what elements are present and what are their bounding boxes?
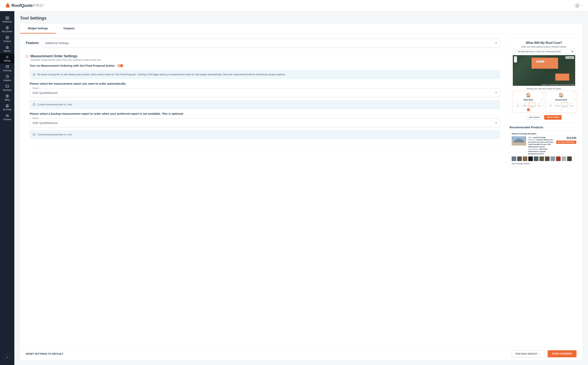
tabs: Widget Settings Snippets [20, 24, 582, 34]
product-meta: Type: Asphalt Shingle Warranty: Limited … [528, 136, 554, 155]
slope-flat[interactable]: Flat [514, 102, 521, 107]
widget-subtitle: Enter your street address to get an esti… [522, 46, 566, 48]
sidebar: Dashboard Rep Quotes Products Markets Se… [0, 11, 14, 365]
slope-steep[interactable]: Steep [536, 102, 542, 107]
user-menu[interactable] [574, 3, 583, 8]
sidebar-item-settings[interactable]: Settings [0, 54, 14, 63]
color-swatch[interactable] [540, 156, 544, 161]
sidebar-item-dashboard[interactable]: Dashboard [0, 14, 14, 24]
section-subtitle: Automate measurement orders from your we… [30, 59, 500, 61]
sidebar-item-financing[interactable]: Financing [0, 63, 14, 73]
section-collapse-toggle[interactable]: − [26, 55, 28, 58]
svg-point-20 [6, 114, 7, 115]
svg-rect-4 [7, 18, 9, 20]
sidebar-item-markets[interactable]: Markets [0, 44, 14, 54]
color-swatch[interactable] [545, 156, 550, 161]
sidebar-item-billing[interactable]: Billing [0, 93, 14, 102]
color-swatch[interactable] [567, 156, 572, 161]
brand-logo[interactable]: RoofQuotePRO™ [5, 3, 45, 8]
color-swatch[interactable] [517, 156, 522, 161]
roof-name: Second Roof [555, 99, 567, 101]
edit-icon[interactable]: ✎ [541, 99, 543, 101]
preview-column: What Will My Roof Cost? Enter your stree… [506, 34, 582, 347]
page-title: Tool Settings [20, 16, 582, 21]
house-icon: 🏠 [559, 93, 564, 98]
feature-label: Feature: [26, 41, 39, 45]
backup-turnaround-info: Current turnaround time is 1 min. [30, 130, 500, 139]
slope-shallow[interactable]: Shallow [554, 102, 561, 107]
clear-address-button[interactable]: ✕ [571, 50, 574, 53]
package-details-link[interactable]: See Package Details [512, 162, 576, 165]
edit-roofs-button[interactable]: EDIT ROOFS [526, 115, 543, 120]
save-changes-button[interactable]: SAVE CHANGES [548, 350, 576, 357]
main-content: Tool Settings Widget Settings Snippets F… [14, 11, 588, 365]
sidebar-item-analytics[interactable]: Analytics [0, 73, 14, 83]
roof-tag-main[interactable]: Main Roof [537, 61, 544, 63]
sidebar-item-products[interactable]: Products [0, 34, 14, 44]
house-icon: 🏠 [526, 93, 531, 98]
product-price: $23,529 [567, 136, 576, 140]
pin-icon [514, 50, 516, 52]
settings-card: Widget Settings Snippets Feature: Additi… [20, 24, 582, 360]
svg-point-24 [34, 74, 34, 74]
slope-medium[interactable]: Medium [561, 102, 568, 107]
feature-select[interactable]: Additional Settings ▼ [42, 38, 500, 48]
slope-steep[interactable]: Steep [568, 102, 575, 107]
chevron-down-icon: ▼ [495, 42, 497, 44]
map-zoom-in[interactable]: + [514, 56, 517, 59]
footer-bar: RESET SETTINGS TO DEFAULT PREVIEW WIDGET… [20, 347, 582, 360]
address-input[interactable]: 400 Marshall Avenue, Saint Paul, Minneso… [513, 49, 575, 54]
backup-report-select[interactable]: Report GAF QuickMeasure ▼ [30, 118, 500, 127]
mapbox-logo: ⓜ mapbox [565, 56, 574, 59]
preview-widget-button[interactable]: PREVIEW WIDGET [512, 350, 545, 357]
top-header: RoofQuotePRO™ [0, 0, 588, 11]
primary-report-select[interactable]: Report GAF QuickMeasure ▼ [30, 88, 500, 97]
widget-title: What Will My Roof Cost? [526, 41, 562, 45]
ordering-info-alert: Be aware turning this on will replace yo… [30, 70, 500, 79]
sidebar-item-rep-quotes[interactable]: Rep Quotes [0, 24, 14, 34]
map-zoom-out[interactable]: − [514, 59, 517, 63]
roof-card-close[interactable]: ✕ [574, 92, 575, 94]
tab-snippets[interactable]: Snippets [56, 24, 82, 34]
color-swatch[interactable] [562, 156, 566, 161]
swatch-next-button[interactable]: › [573, 156, 575, 161]
svg-rect-7 [7, 37, 8, 38]
sidebar-collapse-button[interactable] [4, 354, 10, 360]
settings-column: Feature: Additional Settings ▼ − Measure… [20, 34, 506, 347]
ordering-toggle-label: Turn on Measurement Ordering with Get Fi… [30, 64, 115, 67]
color-swatch[interactable] [523, 156, 527, 161]
get-final-proposal-button[interactable]: GET FINAL PROPOSAL [556, 140, 576, 144]
slope-flat[interactable]: Flat [547, 102, 554, 107]
roof-checkbox[interactable] [560, 108, 562, 111]
sidebar-item-company[interactable]: Company [0, 112, 14, 122]
svg-rect-16 [6, 85, 9, 87]
slope-medium[interactable]: Medium [529, 102, 535, 107]
chevron-down-icon: ▼ [495, 122, 497, 124]
section-header: − Measurement Order Settings Automate me… [26, 52, 500, 61]
color-swatch[interactable] [556, 156, 561, 161]
roof-tag-second[interactable]: Second Roof [558, 76, 567, 78]
map-attribution: © Mapbox © OpenStreetMap Improve this ma… [541, 84, 574, 85]
sidebar-item-my-profile[interactable]: My Profile [0, 102, 14, 112]
reset-settings-button[interactable]: RESET SETTINGS TO DEFAULT [26, 352, 63, 355]
color-swatch[interactable] [534, 156, 539, 161]
svg-rect-6 [6, 36, 8, 39]
sidebar-item-developer[interactable]: Developer [0, 83, 14, 93]
ordering-toggle[interactable] [117, 64, 123, 67]
edit-icon[interactable]: ✎ [574, 99, 575, 101]
see-my-price-button[interactable]: SEE MY PRICE [544, 115, 562, 120]
map-view[interactable]: + − ⓜ mapbox Main Roof Second Roof © Map… [513, 55, 575, 86]
backup-report-label: Please select a backup measurement repor… [30, 112, 500, 115]
roof-name: Main Roof [524, 99, 533, 101]
color-swatch[interactable] [551, 156, 555, 161]
tab-widget-settings[interactable]: Widget Settings [20, 24, 56, 34]
logo-text: RoofQuotePRO™ [12, 3, 45, 8]
svg-point-27 [34, 104, 34, 104]
color-swatch[interactable] [528, 156, 533, 161]
color-swatch[interactable] [512, 156, 516, 161]
slope-shallow[interactable]: Shallow [522, 102, 528, 107]
avatar-icon [574, 3, 580, 8]
roof-card-close[interactable]: ✕ [541, 92, 543, 94]
info-icon [33, 133, 36, 136]
roof-checkbox[interactable]: ✓ [527, 108, 530, 111]
